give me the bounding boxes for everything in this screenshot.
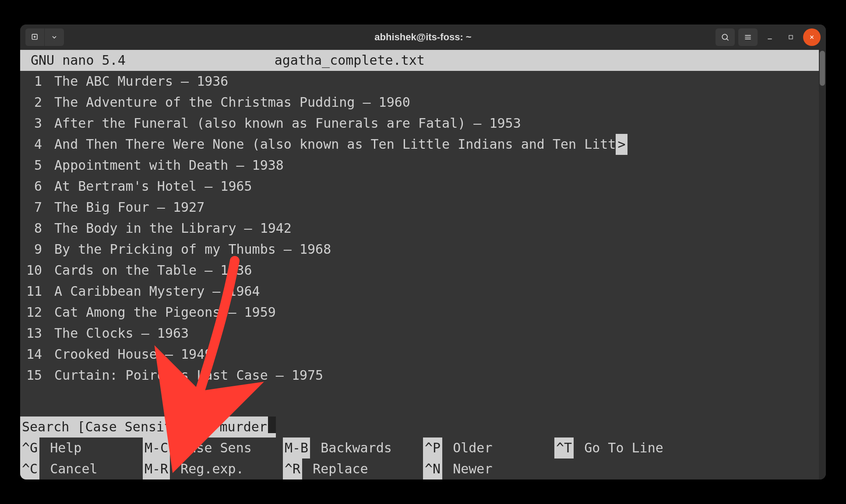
shortcut-key: ^P <box>423 438 442 458</box>
search-bar: Search [Case Sensitive]: murder <box>20 416 826 438</box>
hamburger-icon <box>744 33 752 42</box>
help-shortcut: ^C Cancel <box>20 458 143 480</box>
minimize-icon <box>766 34 773 41</box>
help-shortcut: ^G Help <box>20 438 143 458</box>
line-number: 5 <box>20 155 46 176</box>
nano-filename: agatha_complete.txt <box>275 50 425 71</box>
line-text: The Clocks – 1963 <box>46 323 189 344</box>
shortcut-label: Cancel <box>39 458 100 480</box>
editor-line: 9 By the Pricking of my Thumbs – 1968 <box>20 239 826 260</box>
line-number: 8 <box>20 218 46 239</box>
search-prompt: Search [Case Sensitive]: <box>22 416 220 438</box>
editor-line: 3 After the Funeral (also known as Funer… <box>20 113 826 134</box>
line-number: 11 <box>20 281 46 302</box>
maximize-button[interactable] <box>782 28 800 46</box>
shortcut-label: Newer <box>442 458 495 480</box>
help-shortcut: ^T Go To Line <box>554 438 694 458</box>
new-tab-button[interactable] <box>25 28 45 46</box>
editor-line: 15 Curtain: Poirot's Last Case – 1975 <box>20 365 826 386</box>
nano-help-bar: ^G HelpM-C Case SensM-B Backwards^P Olde… <box>20 438 826 480</box>
minimize-button[interactable] <box>761 28 779 46</box>
line-number: 1 <box>20 71 46 92</box>
editor-line: 13 The Clocks – 1963 <box>20 323 826 344</box>
shortcut-label: Case Sens <box>170 438 254 458</box>
nano-app-name: GNU nano 5.4 <box>25 50 126 71</box>
line-number: 7 <box>20 197 46 218</box>
line-number: 12 <box>20 302 46 323</box>
line-number: 2 <box>20 92 46 113</box>
chevron-down-icon <box>51 34 58 41</box>
close-button[interactable] <box>803 28 821 46</box>
help-shortcut: M-C Case Sens <box>143 438 283 458</box>
close-icon <box>809 34 815 40</box>
line-number: 9 <box>20 239 46 260</box>
line-text: Curtain: Poirot's Last Case – 1975 <box>46 365 323 386</box>
search-input[interactable]: murder <box>220 416 267 438</box>
line-number: 14 <box>20 344 46 365</box>
shortcut-key: ^G <box>20 438 39 458</box>
shortcut-label: Go To Line <box>574 438 666 458</box>
search-icon <box>721 33 730 42</box>
svg-rect-2 <box>789 35 793 39</box>
terminal-area[interactable]: GNU nano 5.4 agatha_complete.txt 1 The A… <box>20 50 826 480</box>
help-shortcut: M-R Reg.exp. <box>143 458 283 480</box>
help-shortcut: ^P Older <box>423 438 554 458</box>
editor-line: 12 Cat Among the Pigeons – 1959 <box>20 302 826 323</box>
line-text: At Bertram's Hotel – 1965 <box>46 176 252 197</box>
line-number: 13 <box>20 323 46 344</box>
new-tab-icon <box>31 33 39 42</box>
line-text: And Then There Were None (also known as … <box>46 134 616 155</box>
nano-header: GNU nano 5.4 agatha_complete.txt <box>20 50 826 71</box>
scrollbar-thumb[interactable] <box>820 51 825 86</box>
help-shortcut: M-B Backwards <box>283 438 423 458</box>
line-text: The Body in the Library – 1942 <box>46 218 292 239</box>
editor-line: 5 Appointment with Death – 1938 <box>20 155 826 176</box>
editor-line: 2 The Adventure of the Christmas Pudding… <box>20 92 826 113</box>
shortcut-key: M-R <box>143 458 170 480</box>
editor-line: 1 The ABC Murders – 1936 <box>20 71 826 92</box>
editor-line: 6 At Bertram's Hotel – 1965 <box>20 176 826 197</box>
line-text: A Caribbean Mystery – 1964 <box>46 281 260 302</box>
terminal-window: abhishek@its-foss: ~ GNU nano 5.4 agatha <box>20 24 826 480</box>
help-shortcut: ^R Replace <box>283 458 423 480</box>
line-number: 15 <box>20 365 46 386</box>
line-text: The ABC Murders – 1936 <box>46 71 228 92</box>
search-button[interactable] <box>716 28 735 46</box>
line-number: 6 <box>20 176 46 197</box>
overflow-indicator: > <box>616 134 627 155</box>
menu-button[interactable] <box>738 28 758 46</box>
editor-line: 7 The Big Four – 1927 <box>20 197 826 218</box>
line-text: Appointment with Death – 1938 <box>46 155 284 176</box>
help-row: ^C CancelM-R Reg.exp.^R Replace^N Newer <box>20 458 826 480</box>
svg-point-1 <box>722 34 727 39</box>
shortcut-label: Replace <box>302 458 371 480</box>
line-text: After the Funeral (also known as Funeral… <box>46 113 521 134</box>
window-title: abhishek@its-foss: ~ <box>20 32 826 43</box>
line-number: 4 <box>20 134 46 155</box>
text-cursor <box>268 416 276 433</box>
help-row: ^G HelpM-C Case SensM-B Backwards^P Olde… <box>20 438 826 458</box>
shortcut-label: Reg.exp. <box>170 458 247 480</box>
tab-button-group <box>25 28 64 46</box>
line-text: By the Pricking of my Thumbs – 1968 <box>46 239 331 260</box>
line-number: 3 <box>20 113 46 134</box>
line-text: The Adventure of the Christmas Pudding –… <box>46 92 410 113</box>
line-text: The Big Four – 1927 <box>46 197 204 218</box>
maximize-icon <box>788 34 794 40</box>
shortcut-key: ^R <box>283 458 302 480</box>
shortcut-key: M-C <box>143 438 170 458</box>
titlebar: abhishek@its-foss: ~ <box>20 24 826 50</box>
shortcut-key: ^T <box>554 438 574 458</box>
shortcut-label: Backwards <box>310 438 395 458</box>
shortcut-key: ^C <box>20 458 39 480</box>
shortcut-key: M-B <box>283 438 310 458</box>
line-text: Cards on the Table – 1936 <box>46 260 252 281</box>
shortcut-key: ^N <box>423 458 442 480</box>
tab-dropdown-button[interactable] <box>45 28 64 46</box>
editor-content: 1 The ABC Murders – 19362 The Adventure … <box>20 71 826 416</box>
shortcut-label: Older <box>442 438 495 458</box>
scrollbar[interactable] <box>819 50 826 480</box>
help-shortcut: ^N Newer <box>423 458 554 480</box>
editor-line: 10 Cards on the Table – 1936 <box>20 260 826 281</box>
line-number: 10 <box>20 260 46 281</box>
